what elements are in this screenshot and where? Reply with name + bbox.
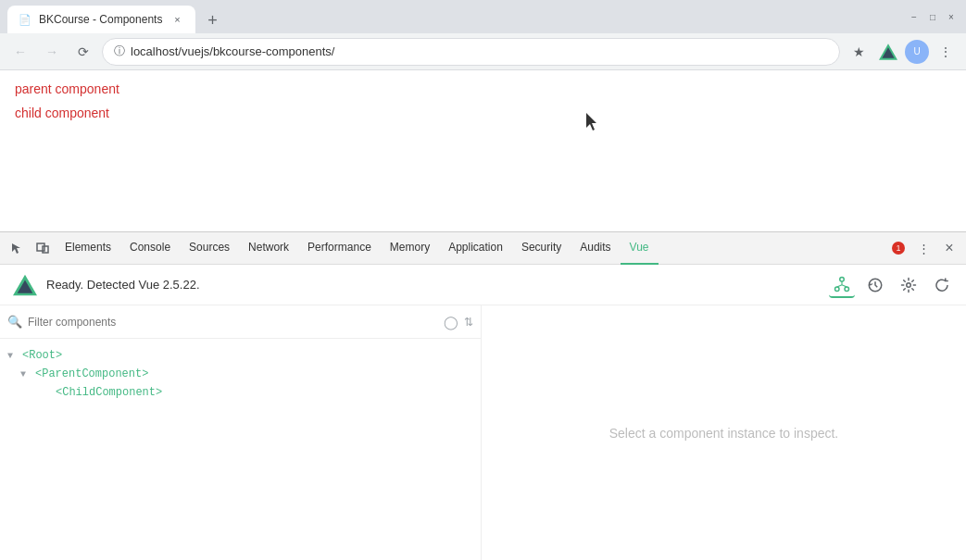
tab-close-button[interactable]: × <box>169 12 184 27</box>
search-icon: 🔍 <box>7 315 22 329</box>
svg-line-10 <box>837 284 842 286</box>
child-component-label: child component <box>15 106 951 120</box>
lock-icon: ⓘ <box>114 44 125 59</box>
vue-refresh-button[interactable] <box>929 272 955 298</box>
component-tree-panel: 🔍 ◯ ⇅ ▼ <Root> ▼ <ParentComponent> <Chil… <box>0 305 482 560</box>
profile-avatar[interactable]: U <box>905 40 929 64</box>
menu-button[interactable]: ⋮ <box>933 39 959 65</box>
filter-input[interactable] <box>28 316 438 329</box>
vue-logo-bar <box>11 271 39 299</box>
right-panel: Select a component instance to inspect. <box>482 305 966 560</box>
tab-audits[interactable]: Audits <box>571 232 620 265</box>
active-tab[interactable]: 📄 BKCourse - Components × <box>7 6 195 33</box>
tab-network[interactable]: Network <box>239 232 298 265</box>
vue-bar-logo-icon <box>13 273 37 297</box>
tab-elements[interactable]: Elements <box>56 232 120 265</box>
tab-favicon: 📄 <box>19 14 31 26</box>
vue-history-button[interactable] <box>862 272 888 298</box>
svg-line-11 <box>842 284 847 286</box>
address-bar: ← → ⟳ ⓘ localhost/vuejs/bkcourse-compone… <box>0 33 966 70</box>
tree-tag-root: <Root> <box>22 349 62 362</box>
title-bar: 📄 BKCourse - Components × + − □ × <box>0 0 966 33</box>
devtools-more-button[interactable]: ⋮ <box>910 235 936 261</box>
devtools-close-button[interactable]: × <box>936 235 962 261</box>
devtools-responsive-icon[interactable] <box>30 235 56 261</box>
svg-rect-2 <box>37 243 44 251</box>
svg-point-6 <box>840 277 845 281</box>
minimize-button[interactable]: − <box>907 9 922 24</box>
vue-logo-icon <box>879 43 897 61</box>
vue-settings-button[interactable] <box>896 272 922 298</box>
tab-title: BKCourse - Components <box>39 13 162 26</box>
reload-button[interactable]: ⟳ <box>70 39 96 65</box>
svg-point-13 <box>907 282 911 287</box>
tree-item-root[interactable]: ▼ <Root> <box>0 346 481 365</box>
tree-arrow-child <box>41 388 54 398</box>
svg-rect-3 <box>43 246 48 253</box>
vue-toolbar-icons <box>829 272 955 298</box>
select-hint-text: Select a component instance to inspect. <box>609 426 838 441</box>
tab-console[interactable]: Console <box>120 232 180 265</box>
tree-arrow-parent: ▼ <box>20 369 33 380</box>
filter-options-icon[interactable]: ◯ <box>444 315 458 330</box>
vue-extension-button[interactable] <box>875 39 901 65</box>
parent-component-label: parent component <box>15 81 951 96</box>
tabs-area: 📄 BKCourse - Components × + <box>7 0 907 33</box>
svg-point-7 <box>835 287 840 292</box>
vue-main-area: 🔍 ◯ ⇅ ▼ <Root> ▼ <ParentComponent> <Chil… <box>0 305 966 560</box>
tab-sources[interactable]: Sources <box>180 232 239 265</box>
toolbar-right: ★ U ⋮ <box>846 39 959 65</box>
filter-sort-icon[interactable]: ⇅ <box>464 316 473 329</box>
back-button[interactable]: ← <box>7 39 33 65</box>
vue-component-tree-button[interactable] <box>829 272 855 298</box>
tab-security[interactable]: Security <box>512 232 571 265</box>
tree-tag-parent: <ParentComponent> <box>35 367 148 380</box>
forward-button[interactable]: → <box>39 39 65 65</box>
vue-devtools-bar: Ready. Detected Vue 2.5.22. <box>0 265 966 305</box>
tree-arrow-root: ▼ <box>7 351 20 361</box>
bookmark-button[interactable]: ★ <box>846 39 872 65</box>
tab-application[interactable]: Application <box>439 232 512 265</box>
close-button[interactable]: × <box>944 9 959 24</box>
devtools-panel: Elements Console Sources Network Perform… <box>0 231 966 560</box>
tree-item-parent[interactable]: ▼ <ParentComponent> <box>0 365 481 383</box>
component-tree: ▼ <Root> ▼ <ParentComponent> <ChildCompo… <box>0 339 481 409</box>
filter-bar: 🔍 ◯ ⇅ <box>0 305 481 339</box>
vue-status-text: Ready. Detected Vue 2.5.22. <box>46 278 822 292</box>
maximize-button[interactable]: □ <box>925 9 940 24</box>
tree-item-child[interactable]: <ChildComponent> <box>0 383 481 402</box>
url-text: localhost/vuejs/bkcourse-components/ <box>131 44 334 58</box>
devtools-cursor-icon[interactable] <box>4 235 30 261</box>
window-controls: − □ × <box>907 9 959 24</box>
error-badge: 1 <box>886 242 910 255</box>
tab-performance[interactable]: Performance <box>298 232 381 265</box>
url-bar[interactable]: ⓘ localhost/vuejs/bkcourse-components/ <box>102 38 840 66</box>
error-dot: 1 <box>892 242 905 255</box>
svg-point-8 <box>845 287 849 292</box>
tab-memory[interactable]: Memory <box>381 232 439 265</box>
devtools-tab-bar: Elements Console Sources Network Perform… <box>0 232 966 265</box>
tree-tag-child: <ChildComponent> <box>56 386 162 399</box>
tab-vue[interactable]: Vue <box>621 232 659 265</box>
new-tab-button[interactable]: + <box>199 7 225 33</box>
